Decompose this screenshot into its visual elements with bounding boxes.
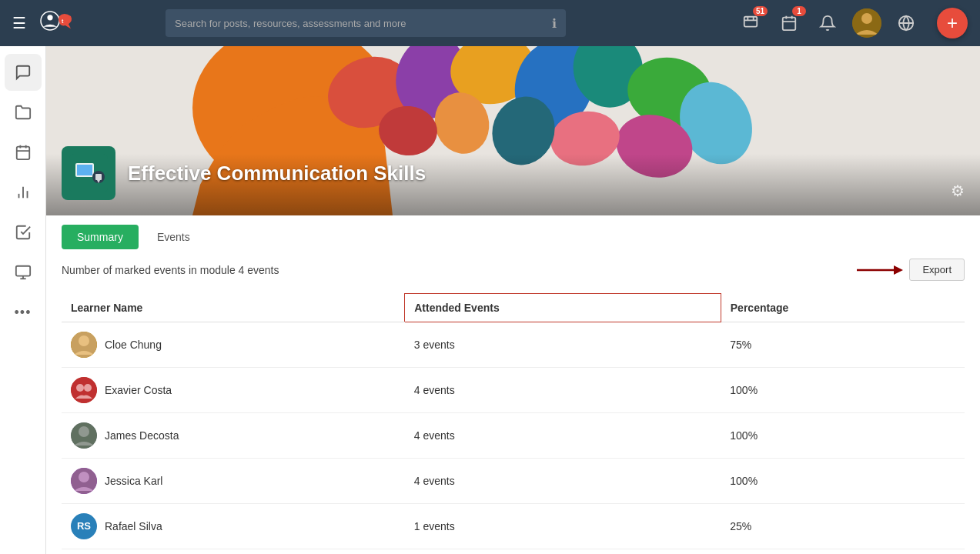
percentage-cell: 100%	[721, 458, 965, 503]
sidebar-item-more[interactable]: •••	[5, 294, 42, 331]
table-row: RS Rafael Silva 1 events 25%	[62, 503, 965, 549]
learner-name-cell: RS Rafael Silva	[62, 503, 405, 549]
course-title-area: Effective Communication Skills	[62, 146, 426, 200]
percentage-cell: 100%	[721, 367, 965, 412]
learner-name-cell: Sonia Wilson	[62, 549, 405, 554]
posts-button[interactable]: 51	[737, 9, 764, 37]
settings-icon[interactable]: ⚙	[951, 182, 965, 200]
learner-cell: RS Rafael Silva	[71, 513, 396, 539]
tab-summary[interactable]: Summary	[62, 225, 139, 249]
learner-cell: Jessica Karl	[71, 468, 396, 494]
avatar: RS	[71, 513, 97, 539]
attended-events-cell: 4 events	[405, 412, 721, 458]
subtitle-row: Number of marked events in module 4 even…	[62, 259, 965, 281]
avatar	[71, 422, 97, 449]
svg-rect-8	[16, 147, 29, 160]
tab-events[interactable]: Events	[142, 225, 206, 249]
logo[interactable]: t	[38, 8, 75, 38]
table-row: Exavier Costa 4 events 100%	[62, 367, 965, 412]
avatar	[71, 468, 97, 494]
add-button[interactable]: +	[937, 8, 968, 38]
hamburger-menu[interactable]: ☰	[12, 14, 26, 32]
sidebar: •••	[0, 46, 46, 554]
learner-cell: James Decosta	[71, 422, 396, 449]
calendar-button[interactable]: 1	[775, 9, 803, 37]
attended-events-cell: 1 events	[405, 503, 721, 549]
course-icon	[62, 146, 115, 200]
info-icon: ℹ	[552, 16, 557, 31]
sidebar-item-screen[interactable]	[5, 254, 42, 291]
svg-point-1	[47, 15, 52, 20]
export-arrow-icon	[857, 261, 903, 279]
learner-name: James Decosta	[105, 429, 179, 442]
learner-cell: Exavier Costa	[71, 377, 396, 403]
sidebar-item-analytics[interactable]	[5, 174, 42, 211]
learner-name: Rafael Silva	[105, 520, 162, 532]
main-content: Effective Communication Skills ⚙ Summary…	[46, 46, 980, 554]
export-button[interactable]: Export	[909, 259, 965, 281]
svg-point-40	[84, 384, 92, 392]
percentage-cell: 100%	[721, 412, 965, 458]
top-navigation: ☰ t ℹ 51 1	[0, 0, 980, 46]
attended-events-cell: 3 events	[405, 549, 721, 554]
nav-right-area: 51 1 +	[737, 8, 968, 38]
sidebar-item-tasks[interactable]	[5, 214, 42, 251]
calendar-badge: 1	[792, 6, 806, 16]
tabs-area: Summary Events Number of marked events i…	[46, 215, 980, 554]
table-header-row: Learner Name Attended Events Percentage	[62, 294, 965, 322]
sidebar-item-calendar[interactable]	[5, 134, 42, 171]
learner-name: Exavier Costa	[105, 384, 172, 396]
search-input[interactable]	[175, 18, 546, 29]
svg-point-39	[76, 384, 84, 392]
svg-point-42	[79, 426, 89, 437]
subtitle-text: Number of marked events in module 4 even…	[62, 264, 279, 276]
globe-button[interactable]	[892, 9, 920, 37]
search-bar[interactable]: ℹ	[166, 9, 566, 37]
attended-events-cell: 4 events	[405, 458, 721, 503]
svg-point-37	[79, 335, 89, 346]
svg-marker-35	[894, 265, 903, 275]
learners-table: Learner Name Attended Events Percentage …	[62, 293, 965, 554]
content-area: Number of marked events in module 4 even…	[46, 249, 980, 554]
svg-point-44	[79, 472, 89, 482]
avatar	[71, 332, 97, 358]
col-header-learner: Learner Name	[62, 294, 405, 322]
export-area: Export	[857, 259, 965, 281]
tabs-bar: Summary Events	[46, 215, 980, 249]
course-title: Effective Communication Skills	[128, 162, 426, 185]
learner-name: Cloe Chung	[105, 339, 162, 351]
percentage-cell: 25%	[721, 503, 965, 549]
learner-name-cell: Exavier Costa	[62, 367, 405, 412]
svg-rect-4	[783, 18, 796, 30]
svg-point-38	[71, 377, 97, 403]
page-body: •••	[0, 46, 980, 554]
sidebar-item-chat[interactable]	[5, 54, 42, 91]
col-header-percentage: Percentage	[721, 294, 965, 322]
table-row: Jessica Karl 4 events 100%	[62, 458, 965, 503]
avatar	[71, 377, 97, 403]
percentage-cell: 75%	[721, 322, 965, 367]
learner-name-cell: Cloe Chung	[62, 322, 405, 367]
posts-badge: 51	[753, 6, 768, 16]
svg-point-0	[41, 12, 59, 30]
attended-events-cell: 3 events	[405, 322, 721, 367]
svg-rect-33	[95, 174, 102, 180]
notifications-button[interactable]	[814, 9, 841, 37]
table-row: James Decosta 4 events 100%	[62, 412, 965, 458]
learner-name: Jessica Karl	[105, 475, 162, 487]
learner-cell: Cloe Chung	[71, 332, 396, 358]
svg-rect-3	[744, 17, 758, 27]
percentage-cell: 75%	[721, 549, 965, 554]
learner-name-cell: Jessica Karl	[62, 458, 405, 503]
col-header-attended: Attended Events	[405, 294, 721, 322]
course-banner: Effective Communication Skills ⚙	[46, 46, 980, 215]
avatar[interactable]	[852, 8, 881, 38]
svg-point-6	[861, 13, 872, 24]
table-row: Sonia Wilson 3 events 75%	[62, 549, 965, 554]
table-row: Cloe Chung 3 events 75%	[62, 322, 965, 367]
attended-events-cell: 4 events	[405, 367, 721, 412]
svg-rect-31	[77, 165, 92, 175]
learner-name-cell: James Decosta	[62, 412, 405, 458]
svg-rect-12	[15, 266, 29, 276]
sidebar-item-folder[interactable]	[5, 94, 42, 131]
